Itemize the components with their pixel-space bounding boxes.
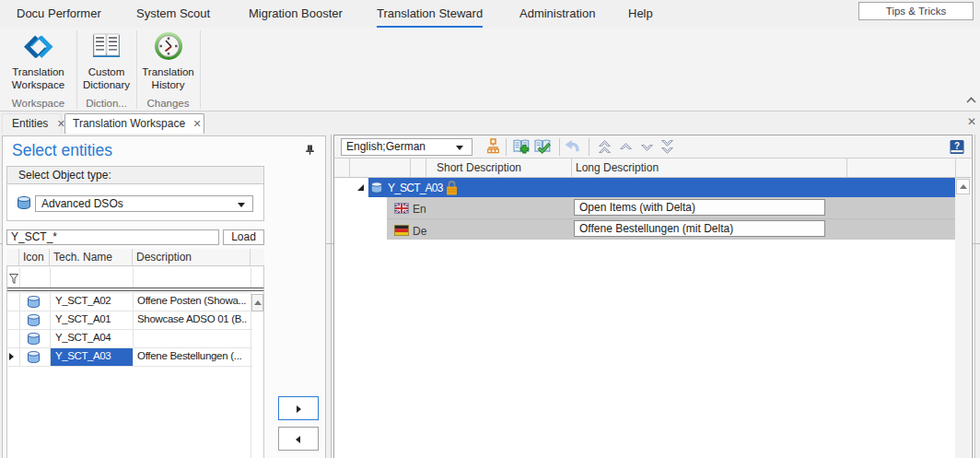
svg-text:?: ? [954,141,960,151]
